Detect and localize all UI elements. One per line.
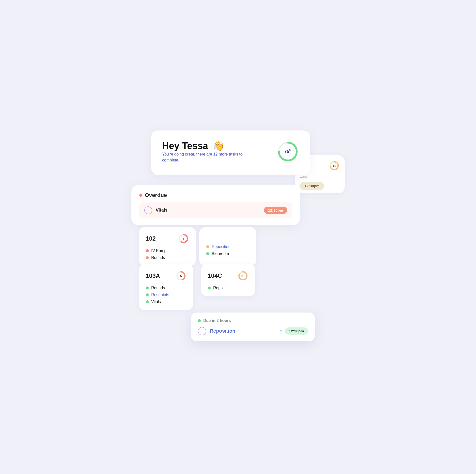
room-103a-card: 103A 5 Rounds Restraints Vitals (139, 264, 193, 310)
room-102-number: 102 (146, 235, 156, 242)
popup-checkbox[interactable] (198, 327, 206, 335)
dot-reposition (206, 245, 209, 248)
room-task-iv-pump: IV Pump (146, 249, 189, 253)
room-103a-number: 103A (146, 272, 160, 279)
room-103a-vitals: Vitals (146, 300, 186, 304)
dot-104c-reposition (208, 286, 211, 289)
room-102b-card: 102 Reposition Bathroom (199, 227, 256, 266)
greeting-card: Hey Tessa 👋 You're doing great, there ar… (151, 130, 310, 175)
overdue-task-item[interactable]: Vitals 12:30pm (139, 202, 292, 218)
dot-103a-restraints (146, 293, 149, 296)
popup-due-label: Due in 2 hours (203, 318, 231, 323)
task-name: Vitals (156, 208, 168, 213)
room-task-bathroom: Bathroom (206, 252, 249, 256)
main-scene: 11 ...us 12:30pm Hey Tessa 👋 You're doin… (131, 130, 345, 344)
popup-task-right: ⟳ 12:30pm (279, 327, 308, 335)
overdue-card: Overdue Vitals 12:30pm (131, 185, 300, 225)
room-104c-header: 104C 11 (208, 270, 248, 281)
room-104c-card: 104C 11 Repo... (201, 264, 255, 296)
popup-task-row[interactable]: Reposition ⟳ 12:30pm (198, 327, 308, 335)
room-task-rounds: Rounds (146, 255, 189, 260)
popup-header: Due in 2 hours (198, 318, 308, 323)
greeting-title: Hey Tessa 👋 (162, 140, 246, 151)
bg-task-list: ...us (300, 174, 340, 178)
overdue-dot (139, 194, 142, 197)
repeat-icon: ⟳ (279, 328, 282, 334)
room-103a-rounds: Rounds (146, 286, 186, 290)
greeting-subtitle: You're doing great, there are 12 more ta… (162, 151, 246, 163)
room-104c-tasks: Repo... (208, 286, 248, 290)
dot-103a-vitals (146, 300, 149, 303)
bg-donut: 11 (329, 160, 340, 171)
room-104c-donut: 11 (238, 270, 248, 281)
room-102-tasks: IV Pump Rounds (146, 249, 189, 260)
task-checkbox[interactable] (144, 206, 152, 214)
room-103a-header: 103A 5 (146, 270, 186, 281)
dot-bathroom (206, 252, 209, 255)
dot-iv-pump (146, 249, 149, 252)
room-102b-tasks: Reposition Bathroom (206, 245, 249, 256)
bg-task-us: ...us (300, 174, 340, 178)
room-103a-count: 5 (180, 274, 182, 278)
bg-donut-label: 11 (332, 164, 336, 167)
progress-circle: 75% (277, 140, 299, 163)
dot-rounds (146, 256, 149, 259)
dot-103a-rounds (146, 286, 149, 289)
room-task-reposition[interactable]: Reposition (206, 245, 249, 249)
overdue-time-badge: 12:30pm (264, 207, 287, 214)
room-103a-restraints[interactable]: Restraints (146, 293, 186, 297)
room-102b-header: 102 (206, 233, 249, 240)
progress-label: 75% (284, 149, 292, 154)
overdue-title: Overdue (145, 192, 167, 198)
greeting-title-wrapper: Hey Tessa 👋 You're doing great, there ar… (162, 140, 246, 163)
room-102-card: 102 7 IV Pump Rounds (139, 227, 196, 266)
room-102-donut: 7 (178, 233, 189, 244)
overdue-header: Overdue (139, 192, 292, 198)
room-102-header: 102 7 (146, 233, 189, 244)
popup-due-dot (198, 319, 201, 322)
room-103a-tasks: Rounds Restraints Vitals (146, 286, 186, 304)
task-left: Vitals (144, 206, 168, 214)
popup-card: Due in 2 hours Reposition ⟳ 12:30pm (191, 313, 315, 341)
room-103a-donut: 5 (176, 270, 186, 281)
popup-task-left: Reposition (198, 327, 235, 335)
room-104c-number: 104C (208, 272, 222, 279)
room-104c-reposition: Repo... (208, 286, 248, 290)
room-104c-count: 11 (241, 274, 245, 278)
greeting-header: Hey Tessa 👋 You're doing great, there ar… (162, 140, 299, 163)
popup-time-badge: 12:30pm (285, 327, 308, 335)
bg-time-badge: 12:30pm (300, 182, 324, 190)
room-102-count: 7 (182, 237, 184, 240)
popup-task-name: Reposition (210, 328, 235, 334)
